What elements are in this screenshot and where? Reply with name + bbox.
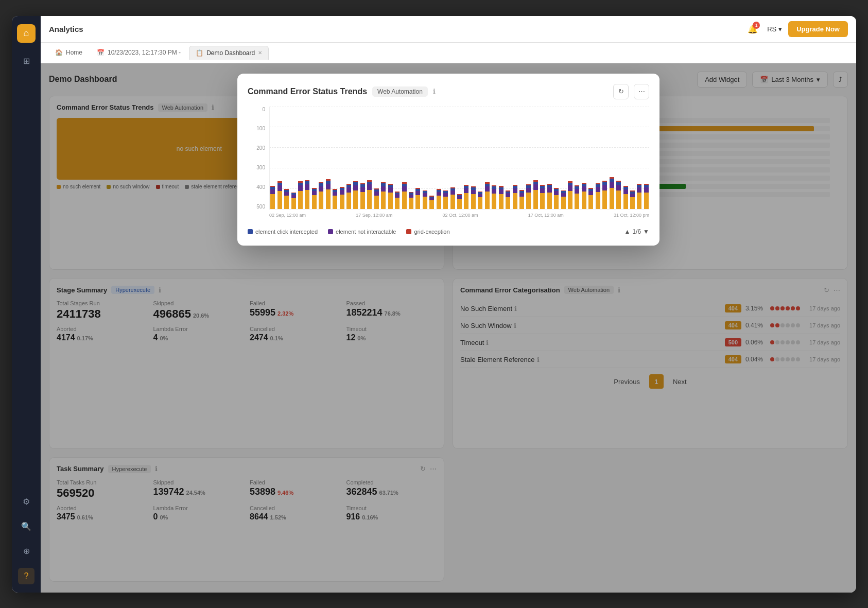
bar-segment	[471, 194, 476, 209]
bar-segment	[478, 194, 482, 198]
sidebar-icon-settings[interactable]: ⚙	[18, 494, 34, 510]
chart-bar-group	[346, 107, 352, 209]
bar-segment	[346, 193, 351, 209]
bar-segment	[471, 190, 476, 195]
chart-bar-group	[609, 107, 614, 209]
chart-bar-group	[276, 107, 282, 209]
sidebar-icon-help[interactable]: ?	[18, 568, 34, 584]
chart-bar-group	[505, 107, 511, 209]
bar-segment	[443, 193, 448, 197]
bar-segment	[409, 198, 413, 209]
bar-segment	[568, 191, 572, 209]
bar-segment	[485, 186, 490, 192]
bar-segment	[409, 195, 413, 198]
chart-bar-group	[595, 107, 601, 209]
bar-segment	[429, 200, 434, 209]
chart-bar-group	[304, 107, 310, 209]
chart-bar-group	[311, 107, 317, 209]
chart-bar-group	[588, 107, 594, 209]
bar-segment	[561, 197, 566, 209]
bar-segment	[492, 189, 496, 194]
bar-segment	[644, 193, 649, 209]
chart-bar-group	[339, 107, 344, 209]
bar-segment	[533, 190, 538, 209]
bar-segment	[547, 187, 552, 193]
bar-segment	[360, 192, 365, 209]
topbar-actions: 🔔 1 RS ▾ Upgrade Now	[744, 21, 848, 37]
chart-bar-group	[463, 107, 469, 209]
sidebar-icon-search[interactable]: 🔍	[18, 518, 34, 535]
chart-bar-group	[367, 107, 372, 209]
user-menu-button[interactable]: RS ▾	[767, 25, 782, 33]
bar-segment	[340, 195, 344, 209]
chart-bar-group	[477, 107, 483, 209]
bar-segment	[437, 192, 441, 196]
bar-segment	[457, 199, 462, 209]
modal-refresh-button[interactable]: ↻	[613, 84, 629, 99]
sidebar-logo[interactable]: ⌂	[17, 24, 36, 43]
bar-segment	[554, 195, 559, 209]
bar-segment	[319, 192, 323, 209]
bar-segment	[388, 187, 393, 193]
bar-segment	[388, 193, 393, 209]
chart-bar-group	[616, 107, 621, 209]
bar-segment	[353, 185, 358, 191]
bar-segment	[464, 193, 468, 209]
bar-segment	[637, 193, 641, 209]
bar-segment	[270, 189, 275, 194]
tab-home[interactable]: 🏠 Home	[49, 46, 89, 59]
sidebar-icon-grid[interactable]: ⊞	[18, 53, 34, 70]
bar-segment	[270, 194, 275, 209]
bar-segment	[610, 182, 614, 188]
bar-segment	[623, 194, 628, 209]
chart-bar-group	[290, 107, 296, 209]
upgrade-button[interactable]: Upgrade Now	[788, 21, 848, 37]
modal-info-icon[interactable]: ℹ	[433, 88, 436, 95]
bar-segment	[575, 189, 579, 194]
bar-segment	[333, 192, 337, 196]
sidebar: ⌂ ⊞ ⚙ 🔍 ⊕ ?	[12, 16, 41, 593]
modal-legend: element click intercepted element not in…	[248, 228, 649, 235]
bar-segment	[312, 191, 317, 195]
modal-actions: ↻ ⋯	[613, 84, 649, 99]
chart-bar-group	[415, 107, 421, 209]
bar-segment	[513, 188, 517, 193]
dashboard: Demo Dashboard Add Widget 📅 Last 3 Month…	[41, 63, 856, 593]
modal-title: Command Error Status Trends	[248, 87, 367, 96]
chart-bar-group	[332, 107, 338, 209]
bar-segment	[437, 196, 441, 209]
notification-button[interactable]: 🔔 1	[744, 21, 761, 37]
chart-bar-group	[471, 107, 476, 209]
chart-bar-group	[325, 107, 331, 209]
sidebar-icon-dots[interactable]: ⊕	[18, 543, 34, 560]
bar-segment	[547, 193, 552, 209]
bar-segment	[333, 196, 337, 209]
bar-segment	[526, 188, 531, 193]
bar-segment	[374, 192, 379, 196]
bar-segment	[367, 190, 372, 209]
bar-segment	[596, 187, 600, 192]
bar-segment	[499, 194, 504, 209]
bar-segment	[340, 190, 344, 195]
bar-segment	[415, 195, 420, 209]
bar-segment	[630, 194, 635, 197]
bar-segment	[353, 190, 358, 209]
chart-bar-group	[408, 107, 414, 209]
bar-segment	[575, 194, 579, 209]
topbar: Analytics 🔔 1 RS ▾ Upgrade Now	[41, 16, 856, 43]
chart-bar-group	[512, 107, 517, 209]
tab-datetime[interactable]: 📅 10/23/2023, 12:17:30 PM -	[91, 46, 187, 59]
tab-close-icon[interactable]: ✕	[258, 50, 262, 56]
bar-segment	[291, 198, 296, 209]
bar-segment	[526, 193, 531, 209]
tab-demo[interactable]: 📋 Demo Dashboard ✕	[189, 46, 269, 60]
notification-badge: 1	[753, 22, 760, 29]
modal-overlay[interactable]: Command Error Status Trends Web Automati…	[41, 63, 856, 593]
modal: Command Error Status Trends Web Automati…	[237, 74, 659, 246]
modal-more-button[interactable]: ⋯	[634, 84, 649, 99]
bar-segment	[499, 189, 504, 194]
bar-segment	[395, 198, 400, 209]
chart-bar-group	[353, 107, 358, 209]
chart-bar-group	[374, 107, 379, 209]
bar-segment	[305, 190, 309, 209]
